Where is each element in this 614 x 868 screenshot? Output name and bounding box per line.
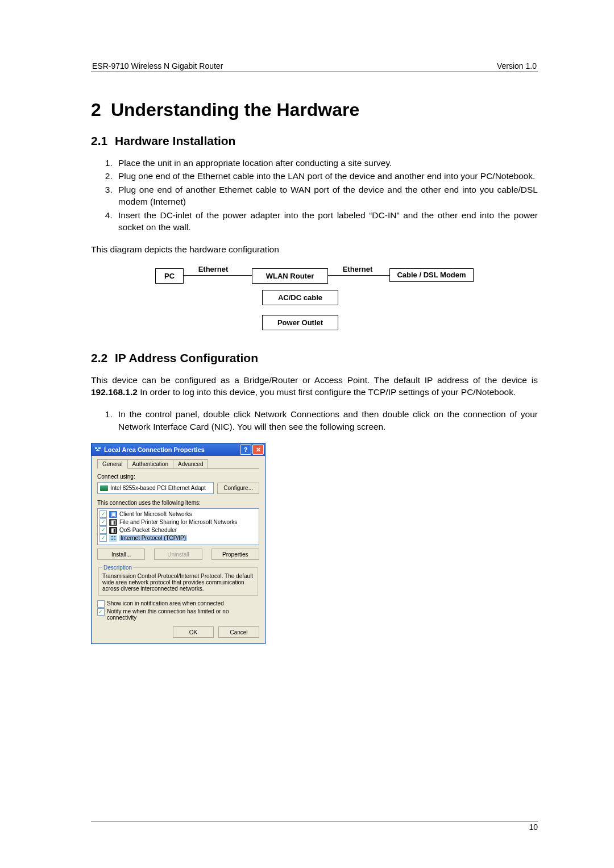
- install-button[interactable]: Install...: [97, 549, 145, 560]
- ip-config-paragraph: This device can be configured as a Bridg…: [91, 374, 538, 398]
- service-icon: ◧: [109, 527, 117, 534]
- diagram-power-outlet: Power Outlet: [262, 315, 338, 330]
- item-client: Client for Microsoft Networks: [119, 511, 192, 517]
- hardware-diagram: PC Ethernet WLAN Router Ethernet Cable /…: [155, 268, 474, 335]
- list-item[interactable]: ✓ ▣ Client for Microsoft Networks: [99, 510, 257, 518]
- properties-button[interactable]: Properties: [211, 549, 259, 560]
- ok-button[interactable]: OK: [173, 626, 214, 638]
- diagram-wlan-router: WLAN Router: [252, 268, 328, 284]
- diagram-acdc: AC/DC cable: [262, 290, 338, 305]
- adapter-name: Intel 8255x-based PCI Ethernet Adapt: [110, 485, 206, 491]
- section-2-1-text: Hardware Installation: [115, 134, 235, 147]
- show-icon-label: Show icon in notification area when conn…: [107, 600, 224, 607]
- ip-para-post: In order to log into this device, you mu…: [138, 387, 516, 397]
- header-rule: [91, 72, 538, 72]
- diagram-ethernet-1: Ethernet: [190, 265, 236, 273]
- dialog-title: Local Area Connection Properties: [104, 446, 239, 453]
- item-tcpip: Internet Protocol (TCP/IP): [119, 535, 187, 541]
- checkbox-checked-icon[interactable]: ✓: [99, 526, 107, 534]
- diagram-pc: PC: [155, 268, 184, 284]
- item-fileprint: File and Printer Sharing for Microsoft N…: [119, 519, 237, 525]
- chapter-text: Understanding the Hardware: [111, 99, 359, 120]
- svg-rect-0: [95, 447, 97, 449]
- service-icon: ◧: [109, 519, 117, 526]
- checkbox-unchecked-icon[interactable]: ✓: [97, 600, 105, 608]
- section-2-2-num: 2.2: [91, 351, 115, 365]
- client-icon: ▣: [109, 511, 117, 518]
- notify-label: Notify me when this connection has limit…: [107, 608, 259, 621]
- section-2-1-num: 2.1: [91, 134, 115, 148]
- adapter-field[interactable]: Intel 8255x-based PCI Ethernet Adapt: [97, 482, 214, 494]
- tab-authentication[interactable]: Authentication: [127, 459, 173, 468]
- page: ESR-9710 Wireless N Gigabit Router Versi…: [0, 0, 614, 868]
- step-2: Plug one end of the Ethernet cable into …: [115, 170, 538, 182]
- description-text: Transmission Control Protocol/Internet P…: [102, 573, 254, 592]
- svg-rect-3: [97, 449, 98, 451]
- checkbox-checked-icon[interactable]: ✓: [99, 534, 107, 542]
- footer-rule: [91, 821, 538, 821]
- description-legend: Description: [102, 564, 133, 571]
- tab-advanced[interactable]: Advanced: [173, 459, 208, 468]
- page-number: 10: [529, 823, 538, 832]
- diagram-intro: This diagram depicts the hardware config…: [91, 243, 538, 255]
- checkbox-checked-icon[interactable]: ✓: [99, 510, 107, 518]
- lan-properties-dialog: Local Area Connection Properties ? ✕ Gen…: [91, 443, 265, 644]
- diagram-modem: Cable / DSL Modem: [389, 268, 474, 282]
- svg-rect-1: [98, 447, 101, 449]
- default-ip: 192.168.1.2: [91, 387, 138, 397]
- step-4: Insert the DC-inlet of the power adapter…: [115, 209, 538, 234]
- tab-general[interactable]: General: [97, 459, 128, 469]
- section-2-2-text: IP Address Configuration: [115, 351, 258, 364]
- header-left: ESR-9710 Wireless N Gigabit Router: [92, 61, 223, 70]
- ip-steps: In the control panel, double click Netwo…: [91, 408, 538, 433]
- dialog-body: General Authentication Advanced Connect …: [92, 456, 265, 643]
- list-item-selected[interactable]: ✓ ☵ Internet Protocol (TCP/IP): [99, 534, 257, 542]
- uninstall-button: Uninstall: [154, 549, 202, 560]
- hardware-steps: Place the unit in an appropriate locatio…: [91, 157, 538, 233]
- dialog-tabs: General Authentication Advanced: [97, 459, 259, 469]
- connect-using-label: Connect using:: [97, 474, 259, 480]
- help-button[interactable]: ?: [240, 445, 251, 455]
- items-label: This connection uses the following items…: [97, 500, 259, 506]
- ip-step-1: In the control panel, double click Netwo…: [115, 408, 538, 433]
- checkbox-checked-icon[interactable]: ✓: [99, 518, 107, 526]
- chapter-number: 2: [91, 99, 106, 121]
- nic-icon: [100, 485, 108, 491]
- checkbox-checked-icon[interactable]: ✓: [97, 608, 105, 616]
- section-2-1-title: 2.1Hardware Installation: [91, 134, 538, 148]
- item-qos: QoS Packet Scheduler: [119, 527, 177, 533]
- diagram-line-pc-wlan: [184, 275, 252, 276]
- configure-button[interactable]: Configure...: [217, 483, 259, 494]
- step-1: Place the unit in an appropriate locatio…: [115, 157, 538, 169]
- description-group: Description Transmission Control Protoco…: [98, 564, 258, 596]
- components-list[interactable]: ✓ ▣ Client for Microsoft Networks ✓ ◧ Fi…: [97, 508, 259, 545]
- list-item[interactable]: ✓ ◧ QoS Packet Scheduler: [99, 526, 257, 534]
- chapter-title: 2 Understanding the Hardware: [91, 99, 538, 121]
- cancel-button[interactable]: Cancel: [218, 626, 259, 638]
- list-item[interactable]: ✓ ◧ File and Printer Sharing for Microso…: [99, 518, 257, 526]
- ip-para-pre: This device can be configured as a Bridg…: [91, 375, 538, 385]
- network-icon: [94, 446, 102, 454]
- diagram-ethernet-2: Ethernet: [335, 265, 380, 273]
- dialog-titlebar[interactable]: Local Area Connection Properties ? ✕: [92, 443, 265, 456]
- header: ESR-9710 Wireless N Gigabit Router Versi…: [91, 61, 538, 72]
- protocol-icon: ☵: [109, 535, 117, 542]
- section-2-2-title: 2.2IP Address Configuration: [91, 351, 538, 365]
- step-3: Plug one end of another Ethernet cable t…: [115, 184, 538, 208]
- close-button[interactable]: ✕: [252, 445, 264, 455]
- diagram-line-wlan-modem: [328, 275, 389, 276]
- header-right: Version 1.0: [497, 61, 537, 70]
